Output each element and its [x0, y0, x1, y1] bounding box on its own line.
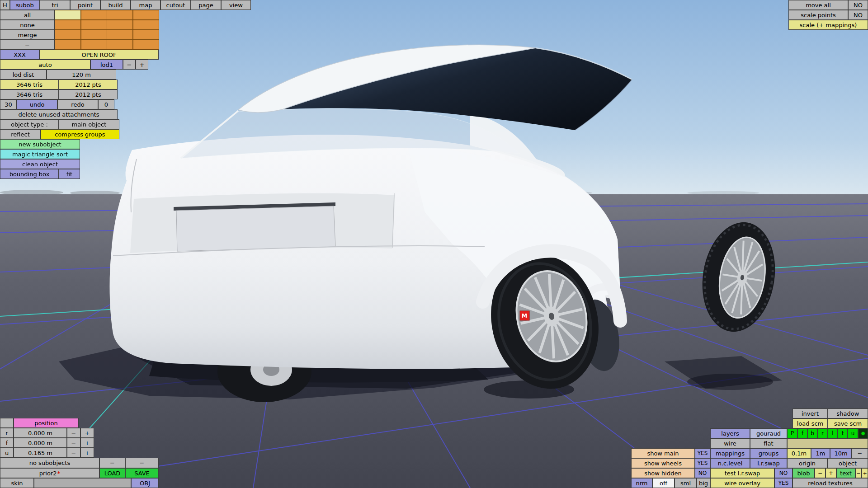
toggle-move-all[interactable]: NO — [848, 0, 868, 10]
btn-text[interactable]: text — [836, 468, 855, 478]
value-object-type[interactable]: main object — [59, 119, 119, 129]
btn-xxx[interactable]: XXX — [0, 50, 39, 60]
tab-map[interactable]: map — [131, 0, 160, 10]
btn-new-subobject[interactable]: new subobject — [0, 139, 80, 149]
value-lod-dist[interactable]: 120 m — [47, 70, 116, 80]
btn-layers[interactable]: layers — [710, 428, 750, 438]
subobject-grid-cell-1-3[interactable] — [133, 20, 159, 30]
btn-wire[interactable]: wire — [710, 438, 750, 448]
btn-save[interactable]: SAVE — [125, 468, 159, 478]
btn-u-minus[interactable]: − — [67, 448, 80, 458]
btn-all[interactable]: all — [0, 10, 55, 20]
tab-view[interactable]: view — [221, 0, 251, 10]
value-position-u[interactable]: 0.165 m — [14, 448, 67, 458]
btn-origin[interactable]: origin — [787, 458, 827, 468]
subobject-grid-cell-2-2[interactable] — [107, 30, 133, 40]
btn-r-plus[interactable]: + — [80, 428, 94, 438]
btn-blob-plus[interactable]: + — [826, 468, 836, 478]
btn-load[interactable]: LOAD — [99, 468, 125, 478]
btn-nrm-sml[interactable]: sml — [675, 478, 697, 488]
btn-grid-minus[interactable]: − — [852, 448, 868, 458]
btn-subobject-next[interactable]: − — [125, 458, 159, 468]
btn-shadow[interactable]: shadow — [828, 408, 868, 418]
subobject-grid-cell-3-0[interactable] — [55, 40, 81, 50]
value-position-r[interactable]: 0.000 m — [14, 428, 67, 438]
toggle-p[interactable]: P — [787, 428, 797, 438]
btn-show-hidden[interactable]: show hidden — [631, 468, 695, 478]
btn-nrm-big[interactable]: big — [697, 478, 710, 488]
btn-show-wheels[interactable]: show wheels — [631, 458, 695, 468]
btn-compress-groups[interactable]: compress groups — [41, 129, 119, 139]
btn-f-minus[interactable]: − — [67, 438, 80, 448]
btn-move-all[interactable]: move all — [788, 0, 848, 10]
toggle-show-wheels[interactable]: YES — [695, 458, 710, 468]
toggle-dot[interactable]: ● — [858, 428, 868, 438]
btn-lr-swap[interactable]: l.r.swap — [750, 458, 787, 468]
toggle-show-hidden[interactable]: NO — [695, 468, 710, 478]
btn-nrm[interactable]: nrm — [631, 478, 652, 488]
toggle-scale-points[interactable]: NO — [848, 10, 868, 20]
btn-invert[interactable]: invert — [793, 408, 828, 418]
field-prior2[interactable]: prior2* — [0, 468, 99, 478]
tab-cutout[interactable]: cutout — [160, 0, 191, 10]
btn-test-lr-swap[interactable]: test l.r.swap — [710, 468, 774, 478]
btn-clean-object[interactable]: clean object — [0, 159, 80, 169]
btn-blob[interactable]: blob — [793, 468, 815, 478]
btn-fit[interactable]: fit — [59, 169, 80, 179]
btn-scale-points[interactable]: scale points — [788, 10, 848, 20]
btn-redo[interactable]: redo — [57, 99, 98, 109]
tab-page[interactable]: page — [191, 0, 221, 10]
toggle-b[interactable]: b — [807, 428, 817, 438]
btn-grid-1m[interactable]: 1m — [811, 448, 830, 458]
subobject-grid-cell-2-0[interactable] — [55, 30, 81, 40]
btn-lod1[interactable]: lod1 — [90, 60, 123, 70]
btn-show-main[interactable]: show main — [631, 448, 695, 458]
btn-open-roof[interactable]: OPEN ROOF — [39, 50, 159, 60]
btn-grid-10m[interactable]: 10m — [830, 448, 852, 458]
btn-undo[interactable]: undo — [17, 99, 57, 109]
btn-f-plus[interactable]: + — [80, 438, 94, 448]
value-position-f[interactable]: 0.000 m — [14, 438, 67, 448]
subobject-grid-cell-3-2[interactable] — [107, 40, 133, 50]
btn-none[interactable]: none — [0, 20, 55, 30]
btn-merge[interactable]: merge — [0, 30, 55, 40]
toggle-t[interactable]: t — [838, 428, 848, 438]
btn-groups[interactable]: groups — [750, 448, 787, 458]
btn-reflect[interactable]: reflect — [0, 129, 41, 139]
toggle-wire-overlay[interactable]: YES — [774, 478, 793, 488]
toggle-r[interactable]: r — [817, 428, 828, 438]
btn-u-plus[interactable]: + — [80, 448, 94, 458]
btn-r-minus[interactable]: − — [67, 428, 80, 438]
tab-point[interactable]: point — [70, 0, 100, 10]
btn-grid-01m[interactable]: 0.1m — [787, 448, 811, 458]
subobject-grid-cell-3-1[interactable] — [81, 40, 107, 50]
btn-skin[interactable]: skin — [0, 478, 34, 488]
btn-lod-plus[interactable]: + — [136, 60, 148, 70]
subobject-grid-cell-0-1[interactable] — [81, 10, 107, 20]
subobject-grid-cell-2-1[interactable] — [81, 30, 107, 40]
btn-delete-unused-attachments[interactable]: delete unused attachments — [0, 109, 118, 119]
btn-lod-minus[interactable]: − — [123, 60, 136, 70]
toggle-l[interactable]: l — [828, 428, 838, 438]
btn-scale-mappings[interactable]: scale (+ mappings) — [788, 20, 868, 30]
tab-subob[interactable]: subob — [10, 0, 40, 10]
subobject-grid-cell-1-0[interactable] — [55, 20, 81, 30]
btn-blob-minus[interactable]: − — [815, 468, 826, 478]
btn-mappings[interactable]: mappings — [710, 448, 750, 458]
btn-obj[interactable]: OBJ — [131, 478, 159, 488]
btn-bounding-box[interactable]: bounding box — [0, 169, 59, 179]
attachment-marker[interactable]: M — [520, 311, 529, 320]
btn-save-scm[interactable]: save scm — [828, 418, 868, 428]
toggle-show-main[interactable]: YES — [695, 448, 710, 458]
subobject-grid-cell-0-2[interactable] — [107, 10, 133, 20]
btn-h[interactable]: H — [0, 0, 10, 10]
btn-text-minus[interactable]: − — [855, 468, 862, 478]
btn-load-scm[interactable]: load scm — [793, 418, 828, 428]
toggle-test-lr-swap[interactable]: NO — [774, 468, 793, 478]
btn-subobject-prev[interactable]: − — [99, 458, 125, 468]
subobject-grid-cell-0-0[interactable] — [55, 10, 81, 20]
btn-nrm-off[interactable]: off — [652, 478, 675, 488]
btn-flat[interactable]: flat — [750, 438, 787, 448]
btn-magic-triangle-sort[interactable]: magic triangle sort — [0, 149, 80, 159]
btn-reload-textures[interactable]: reload textures — [793, 478, 868, 488]
